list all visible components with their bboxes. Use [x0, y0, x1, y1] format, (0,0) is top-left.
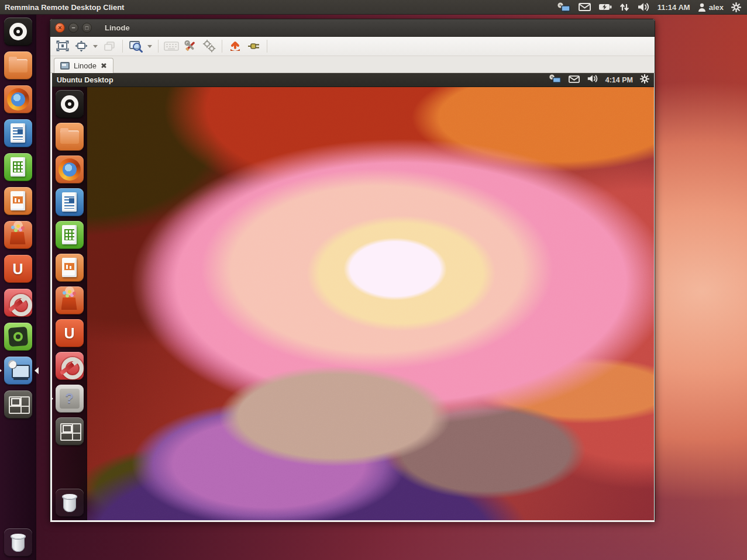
- panel-clock[interactable]: 11:14 AM: [658, 3, 690, 12]
- session-content: Ubuntu Desktop 4:14 PM: [50, 73, 655, 522]
- firefox-icon[interactable]: [56, 155, 84, 184]
- tab-label: Linode: [74, 61, 97, 70]
- top-panel: Remmina Remote Desktop Client 11:14 AM a…: [0, 0, 747, 15]
- remote-screen[interactable]: Ubuntu Desktop 4:14 PM: [52, 73, 654, 520]
- u1-icon[interactable]: U: [56, 319, 84, 347]
- remote-wallpaper[interactable]: [52, 87, 654, 520]
- remote-panel-title: Ubuntu Desktop: [52, 76, 113, 84]
- system-tray: 11:14 AM alex: [557, 2, 747, 12]
- minimize-button[interactable]: –: [68, 23, 78, 33]
- remmina-icon[interactable]: [4, 357, 32, 385]
- unity-launcher: U: [0, 15, 36, 560]
- launcher-trash-slot: [0, 528, 36, 556]
- unknown-glyph: ?: [56, 385, 84, 413]
- chevron-down-icon: [93, 45, 98, 48]
- keyboard-grab-button[interactable]: [163, 39, 180, 54]
- mail-icon[interactable]: [569, 75, 580, 85]
- bag-icon[interactable]: [4, 221, 32, 249]
- fit-window-dropdown[interactable]: [91, 39, 99, 54]
- tab-strip: Linode ✖: [50, 56, 655, 73]
- focused-indicator-arrow: [35, 367, 39, 374]
- window-titlebar[interactable]: × – □ Linode: [50, 19, 655, 37]
- session-gear-icon[interactable]: [731, 2, 741, 12]
- writer-icon[interactable]: [56, 188, 84, 216]
- remmina-window: × – □ Linode: [50, 19, 655, 521]
- u1-glyph: U: [4, 255, 32, 283]
- trash-icon[interactable]: [56, 489, 84, 517]
- mail-icon[interactable]: [579, 3, 591, 11]
- session-gear-icon[interactable]: [640, 74, 649, 86]
- toolbar-separator: [222, 40, 222, 53]
- trash-icon[interactable]: [4, 528, 32, 556]
- workspace-icon[interactable]: [56, 417, 84, 445]
- impress-icon[interactable]: [56, 254, 84, 282]
- window-title: Linode: [105, 23, 130, 32]
- u1-icon[interactable]: U: [4, 255, 32, 283]
- settings-icon[interactable]: [4, 289, 32, 317]
- remmina-applet-icon[interactable]: [549, 74, 562, 86]
- impress-icon[interactable]: [4, 187, 32, 215]
- remmina-toolbar: [50, 37, 655, 56]
- user-menu[interactable]: alex: [698, 3, 724, 12]
- panel-app-title: Remmina Remote Desktop Client: [0, 3, 124, 12]
- chevron-down-icon: [147, 45, 152, 48]
- user-icon: [698, 3, 706, 12]
- remote-top-panel[interactable]: Ubuntu Desktop 4:14 PM: [52, 73, 654, 87]
- settings-icon[interactable]: [56, 352, 84, 380]
- battery-icon[interactable]: [598, 4, 612, 11]
- remote-launcher-trash-slot: [52, 489, 87, 517]
- dash-icon[interactable]: [4, 18, 32, 46]
- close-button[interactable]: ×: [55, 23, 65, 33]
- minimize-to-tray-button[interactable]: [226, 39, 244, 54]
- remote-system-tray: 4:14 PM: [549, 74, 654, 86]
- calc-icon[interactable]: [56, 221, 84, 249]
- tab-close-icon[interactable]: ✖: [101, 62, 107, 70]
- user-name: alex: [709, 3, 724, 12]
- tab-monitor-icon: [60, 62, 70, 70]
- remote-launcher-items: U?: [52, 87, 87, 445]
- toolbar-separator: [158, 40, 159, 53]
- running-indicator-arrow: [0, 367, 2, 374]
- maximize-button[interactable]: □: [82, 23, 92, 33]
- bag-icon[interactable]: [56, 286, 84, 314]
- duplicate-connection-button[interactable]: [101, 39, 118, 54]
- volume-icon[interactable]: [637, 2, 650, 12]
- folder-icon[interactable]: [56, 123, 84, 151]
- folder-icon[interactable]: [4, 51, 32, 79]
- remmina-applet-icon[interactable]: [557, 2, 571, 12]
- tools-button[interactable]: [181, 39, 199, 54]
- u1-glyph: U: [56, 319, 84, 347]
- network-traffic-icon[interactable]: [619, 3, 629, 12]
- launcher-items: U: [0, 15, 36, 419]
- volume-icon[interactable]: [587, 74, 598, 85]
- writer-icon[interactable]: [4, 119, 32, 147]
- green-icon[interactable]: [4, 323, 32, 351]
- disconnect-button[interactable]: [245, 39, 263, 54]
- remote-unity-launcher: U?: [52, 87, 87, 520]
- fit-window-button[interactable]: [73, 39, 90, 54]
- dash-icon[interactable]: [56, 90, 84, 118]
- running-indicator-arrow: [52, 395, 53, 402]
- calc-icon[interactable]: [4, 153, 32, 181]
- preferences-button[interactable]: [200, 39, 218, 54]
- firefox-icon[interactable]: [4, 85, 32, 113]
- toolbar-end-separator: [267, 40, 267, 53]
- fullscreen-button[interactable]: [54, 39, 71, 54]
- unknown-icon[interactable]: ?: [56, 385, 84, 413]
- scaled-mode-button[interactable]: [127, 39, 144, 54]
- remote-panel-clock[interactable]: 4:14 PM: [605, 76, 633, 84]
- toolbar-separator: [122, 40, 123, 53]
- scaled-mode-dropdown[interactable]: [146, 39, 154, 54]
- workspace-icon[interactable]: [4, 390, 32, 419]
- tab-linode[interactable]: Linode ✖: [54, 58, 113, 73]
